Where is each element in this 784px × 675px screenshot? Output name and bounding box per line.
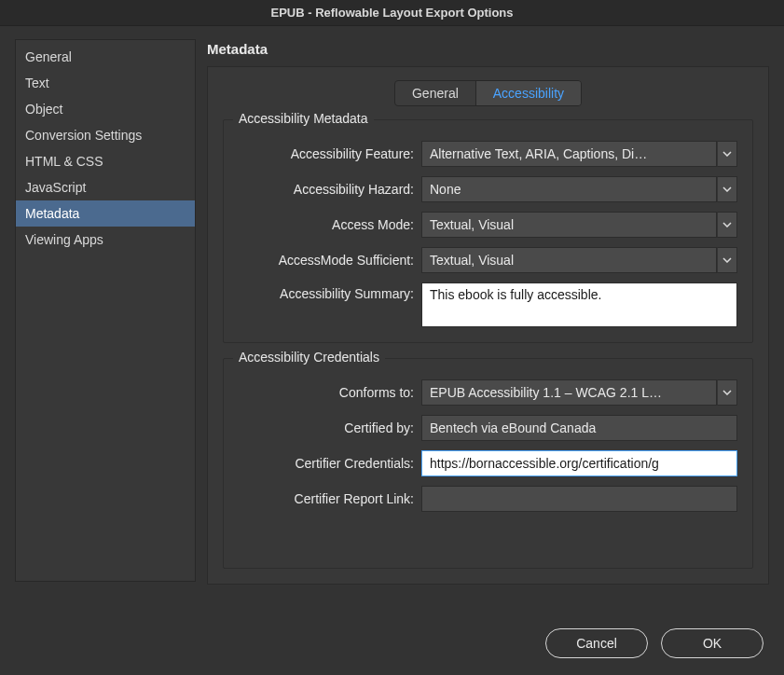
label-certifier-credentials: Certifier Credentials:	[239, 456, 421, 471]
label-accessibility-feature: Accessibility Feature:	[239, 146, 421, 161]
label-certifier-report-link: Certifier Report Link:	[239, 491, 421, 506]
sidebar-item-html-css[interactable]: HTML & CSS	[16, 148, 195, 174]
category-sidebar: General Text Object Conversion Settings …	[15, 39, 196, 582]
input-certifier-credentials[interactable]	[421, 450, 737, 476]
chevron-down-icon[interactable]	[717, 212, 737, 238]
label-certified-by: Certified by:	[239, 420, 421, 435]
sidebar-item-metadata[interactable]: Metadata	[16, 200, 195, 227]
metadata-tabs: General Accessibility	[223, 80, 753, 106]
label-access-mode: Access Mode:	[239, 217, 421, 232]
cancel-button[interactable]: Cancel	[545, 628, 648, 658]
select-accessibility-hazard[interactable]: None	[421, 176, 717, 202]
sidebar-item-general[interactable]: General	[16, 44, 195, 70]
window-title: EPUB - Reflowable Layout Export Options	[0, 0, 784, 26]
label-accessibility-hazard: Accessibility Hazard:	[239, 182, 421, 197]
legend-accessibility-metadata: Accessibility Metadata	[233, 111, 374, 126]
dialog-footer: Cancel OK	[545, 628, 763, 658]
label-conforms-to: Conforms to:	[239, 385, 421, 400]
select-access-mode[interactable]: Textual, Visual	[421, 212, 717, 238]
select-accessibility-feature[interactable]: Alternative Text, ARIA, Captions, Di…	[421, 141, 717, 167]
sidebar-item-text[interactable]: Text	[16, 70, 195, 96]
fieldset-accessibility-credentials: Accessibility Credentials Conforms to: E…	[223, 358, 753, 569]
label-accessibility-summary: Accessibility Summary:	[239, 282, 421, 301]
ok-button[interactable]: OK	[661, 628, 763, 658]
input-certified-by[interactable]	[421, 415, 737, 441]
sidebar-item-object[interactable]: Object	[16, 96, 195, 122]
metadata-panel: General Accessibility Accessibility Meta…	[207, 66, 769, 585]
chevron-down-icon[interactable]	[717, 141, 737, 167]
sidebar-item-conversion-settings[interactable]: Conversion Settings	[16, 122, 195, 148]
fieldset-accessibility-metadata: Accessibility Metadata Accessibility Fea…	[223, 119, 753, 343]
chevron-down-icon[interactable]	[717, 247, 737, 273]
sidebar-item-javascript[interactable]: JavaScript	[16, 174, 195, 200]
select-accessmode-sufficient[interactable]: Textual, Visual	[421, 247, 717, 273]
chevron-down-icon[interactable]	[717, 176, 737, 202]
input-certifier-report-link[interactable]	[421, 486, 737, 512]
textarea-accessibility-summary[interactable]	[421, 282, 737, 327]
label-accessmode-sufficient: AccessMode Sufficient:	[239, 253, 421, 268]
tab-accessibility[interactable]: Accessibility	[476, 81, 581, 105]
sidebar-item-viewing-apps[interactable]: Viewing Apps	[16, 227, 195, 253]
chevron-down-icon[interactable]	[717, 379, 737, 406]
tab-general[interactable]: General	[395, 81, 476, 105]
page-heading: Metadata	[207, 41, 769, 57]
select-conforms-to[interactable]: EPUB Accessibility 1.1 – WCAG 2.1 L…	[421, 379, 717, 406]
legend-accessibility-credentials: Accessibility Credentials	[233, 350, 385, 365]
